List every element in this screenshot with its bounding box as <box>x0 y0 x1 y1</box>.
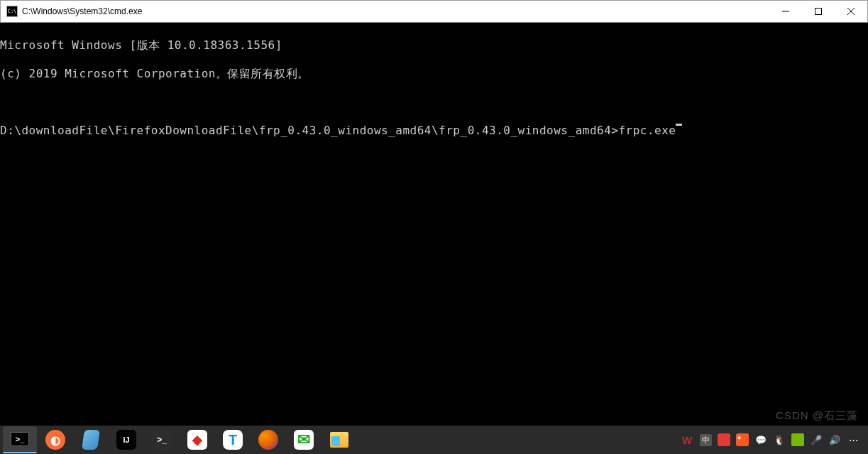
tray-speaker-icon[interactable]: 🔊 <box>828 433 841 446</box>
firefox-icon <box>258 430 278 450</box>
redis-icon: ◆ <box>187 430 207 450</box>
tray-mic-icon[interactable]: 🎤 <box>810 433 823 446</box>
taskbar-cmd[interactable]: >_ <box>3 426 37 453</box>
terminal-command: frpc.exe <box>618 124 676 138</box>
terminal-output[interactable]: Microsoft Windows [版本 10.0.18363.1556] (… <box>0 23 868 421</box>
window-controls <box>769 1 867 22</box>
svg-rect-1 <box>815 9 822 15</box>
taskbar-left-group: >_ ◐ IJ >_ ◆ T ✉ <box>3 426 356 453</box>
close-button[interactable] <box>835 1 867 22</box>
window-title: C:\Windows\System32\cmd.exe <box>22 6 769 16</box>
todesk-icon: T <box>223 430 243 450</box>
terminal-cursor <box>676 124 682 126</box>
taskbar: >_ ◐ IJ >_ ◆ T ✉ W 中 ✦ 💬 🐧 🎤 🔊 ⋯ <box>0 426 868 454</box>
tray-chevron-icon[interactable]: ⋯ <box>847 433 859 446</box>
minimize-icon <box>782 8 789 15</box>
maximize-icon <box>815 8 822 15</box>
tray-app1-icon[interactable] <box>718 433 730 446</box>
terminal-line-copyright: (c) 2019 Microsoft Corporation。保留所有权利。 <box>0 67 868 81</box>
terminal-icon: >_ <box>152 430 172 450</box>
taskbar-todesk[interactable]: T <box>216 426 250 453</box>
cmd-icon: >_ <box>11 432 29 446</box>
titlebar[interactable]: C:\ C:\Windows\System32\cmd.exe <box>0 0 868 23</box>
taskbar-redis[interactable]: ◆ <box>180 426 214 453</box>
explorer-icon <box>330 432 348 448</box>
maximize-button[interactable] <box>802 1 835 22</box>
terminal-prompt-line: D:\downloadFile\FirefoxDownloadFile\frp_… <box>0 124 868 138</box>
terminal-line-version: Microsoft Windows [版本 10.0.18363.1556] <box>0 38 868 53</box>
tray-app2-icon[interactable]: ✦ <box>736 433 749 446</box>
minimize-button[interactable] <box>769 1 802 22</box>
wechat-icon: ✉ <box>294 430 314 450</box>
postman-icon: ◐ <box>45 430 65 450</box>
idea-icon: IJ <box>116 430 136 450</box>
taskbar-notes[interactable] <box>74 426 108 453</box>
system-tray: W 中 ✦ 💬 🐧 🎤 🔊 ⋯ <box>681 433 865 446</box>
taskbar-terminal[interactable]: >_ <box>145 426 179 453</box>
close-icon <box>847 8 855 15</box>
notes-icon <box>82 430 100 450</box>
tray-nvidia-icon[interactable] <box>791 433 804 446</box>
tray-wps-icon[interactable]: W <box>681 433 693 446</box>
taskbar-explorer[interactable] <box>322 426 356 453</box>
taskbar-firefox[interactable] <box>251 426 285 453</box>
tray-wechat-icon[interactable]: 💬 <box>754 433 767 446</box>
watermark-text: CSDN @石三藻 <box>776 409 858 423</box>
taskbar-wechat[interactable]: ✉ <box>287 426 321 453</box>
taskbar-idea[interactable]: IJ <box>109 426 143 453</box>
tray-qq-icon[interactable]: 🐧 <box>773 433 786 446</box>
terminal-blank-line <box>0 95 868 109</box>
terminal-prompt: D:\downloadFile\FirefoxDownloadFile\frp_… <box>0 124 618 138</box>
taskbar-postman[interactable]: ◐ <box>38 426 72 453</box>
cmd-app-icon: C:\ <box>6 6 18 17</box>
tray-input-icon[interactable]: 中 <box>699 433 712 446</box>
